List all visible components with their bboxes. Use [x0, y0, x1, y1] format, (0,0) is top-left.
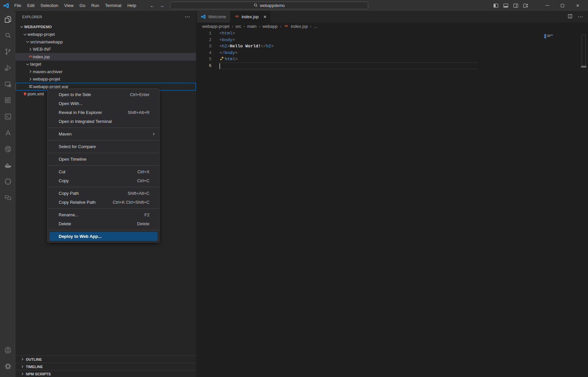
- tree-item-target[interactable]: target: [16, 61, 196, 68]
- comments-icon[interactable]: [0, 189, 16, 206]
- menu-separator: [48, 165, 159, 166]
- tree-item-webappdemo[interactable]: WEBAPPDEMO: [16, 23, 196, 31]
- menu-item-open-to-the-side[interactable]: Open to the SideCtrl+Enter: [48, 90, 159, 99]
- editor-actions: ⋯: [567, 11, 583, 23]
- forward-arrow-icon[interactable]: →: [159, 3, 164, 8]
- breadcrumb-index-jsp[interactable]: index.jsp: [291, 24, 308, 29]
- menu-file[interactable]: File: [11, 0, 24, 11]
- section-timeline[interactable]: TIMELINE: [16, 363, 196, 370]
- line-content: html>: [219, 56, 238, 63]
- command-center-search[interactable]: webappdemo: [170, 2, 368, 9]
- copilot-sparkle-icon[interactable]: [219, 56, 225, 63]
- explorer-more-actions-icon[interactable]: ···: [185, 14, 190, 19]
- tree-item-webapp-projet[interactable]: webapp-projet: [16, 76, 196, 83]
- code-line-1: 1<html>: [197, 30, 588, 37]
- jsp-file-icon: <>: [28, 55, 33, 59]
- menu-item-copy-path[interactable]: Copy PathShift+Alt+C: [48, 189, 159, 198]
- toggle-secondary-sidebar-icon[interactable]: [513, 3, 518, 8]
- layout-controls: [493, 0, 528, 11]
- tree-item-web-inf[interactable]: WEB-INF: [16, 46, 196, 53]
- extensions-icon[interactable]: [0, 92, 16, 108]
- file-tree: WEBAPPDEMOwebapp-projetsrc\main\webappWE…: [16, 23, 196, 98]
- menu-item-label: Copy Path: [59, 189, 128, 198]
- breadcrumb-webapp[interactable]: webapp: [263, 24, 278, 29]
- tab-close-icon[interactable]: ✕: [263, 15, 266, 19]
- tab-index-jsp[interactable]: <>index.jsp✕: [230, 11, 271, 23]
- breadcrumb-webapp-projet[interactable]: webapp-projet: [202, 24, 229, 29]
- run-debug-icon[interactable]: [0, 60, 16, 76]
- menu-separator: [48, 140, 159, 140]
- tab-label: index.jsp: [242, 14, 259, 19]
- minimap[interactable]: [544, 34, 546, 38]
- tree-item-src-main-webapp[interactable]: src\main\webapp: [16, 38, 196, 46]
- breadcrumb-separator-icon: ›: [310, 24, 312, 29]
- menu-item-open-in-integrated-terminal[interactable]: Open in Integrated Terminal: [48, 117, 159, 126]
- tab-welcome[interactable]: Welcome: [197, 11, 230, 23]
- tree-item-maven-archiver[interactable]: maven-archiver: [16, 68, 196, 76]
- settings-icon[interactable]: [0, 358, 16, 374]
- breadcrumb-[interactable]: ...: [314, 24, 318, 29]
- menu-selection[interactable]: Selection: [37, 0, 61, 11]
- sidebar-title: EXPLORER: [22, 15, 42, 19]
- toggle-sidebar-icon[interactable]: [493, 3, 499, 8]
- code-line-5: 5html>: [197, 56, 588, 63]
- docker-icon[interactable]: [0, 157, 16, 173]
- menu-item-rename[interactable]: Rename...F2: [48, 210, 159, 219]
- menu-item-shortcut: Ctrl+Enter: [130, 90, 149, 99]
- back-arrow-icon[interactable]: ←: [150, 3, 155, 8]
- sidebar-header: EXPLORER ···: [16, 11, 196, 23]
- menu-edit[interactable]: Edit: [24, 0, 37, 11]
- toggle-panel-icon[interactable]: [503, 3, 508, 8]
- menu-terminal[interactable]: Terminal: [102, 0, 124, 11]
- menu-view[interactable]: View: [61, 0, 77, 11]
- menu-item-label: Open Timeline: [59, 155, 149, 164]
- menu-item-deploy-to-web-app[interactable]: Deploy to Web App...: [49, 232, 157, 241]
- explorer-icon[interactable]: [0, 11, 16, 27]
- account-icon[interactable]: [0, 342, 16, 358]
- breadcrumb-src[interactable]: src: [235, 24, 241, 29]
- terminal-icon[interactable]: [0, 108, 16, 125]
- resource-circle-icon[interactable]: [0, 141, 16, 157]
- tree-item-webapp-projet[interactable]: webapp-projet: [16, 31, 196, 38]
- customize-layout-icon[interactable]: [523, 3, 528, 8]
- menu-item-open-timeline[interactable]: Open Timeline: [48, 155, 159, 164]
- search-icon[interactable]: [0, 27, 16, 43]
- azure-icon[interactable]: [0, 125, 16, 141]
- menu-item-delete[interactable]: DeleteDelete: [48, 219, 159, 228]
- octagon-icon[interactable]: [0, 173, 16, 189]
- menu-item-label: Delete: [59, 219, 137, 228]
- tab-bar: Welcome<>index.jsp✕: [197, 11, 588, 23]
- menu-item-select-for-compare[interactable]: Select for Compare: [48, 142, 159, 151]
- vscode-logo-icon: [3, 3, 9, 9]
- menu-item-reveal-in-file-explorer[interactable]: Reveal in File ExplorerShift+Alt+R: [48, 108, 159, 117]
- menu-help[interactable]: Help: [124, 0, 139, 11]
- remote-explorer-icon[interactable]: [0, 76, 16, 92]
- menu-separator: [48, 230, 159, 230]
- menu-go[interactable]: Go: [77, 0, 88, 11]
- minimize-button[interactable]: [540, 0, 555, 11]
- line-number: 5: [197, 56, 211, 63]
- activity-bar: [0, 11, 16, 377]
- editor-more-actions-icon[interactable]: ⋯: [578, 14, 583, 20]
- menu-item-copy[interactable]: CopyCtrl+C: [48, 176, 159, 185]
- minimap-slider[interactable]: [582, 35, 586, 66]
- maximize-button[interactable]: [555, 0, 570, 11]
- archive-file-icon: [28, 84, 33, 88]
- close-button[interactable]: ✕: [570, 0, 585, 11]
- editor-group: Welcome<>index.jsp✕ ⋯ webapp-projet›src›…: [197, 11, 588, 377]
- menu-item-open-with[interactable]: Open With...: [48, 99, 159, 108]
- vscode-logo-icon: [201, 14, 206, 19]
- source-control-icon[interactable]: [0, 43, 16, 60]
- menu-run[interactable]: Run: [88, 0, 102, 11]
- split-editor-icon[interactable]: [567, 14, 573, 20]
- text-cursor: [219, 63, 220, 69]
- chevron-down-icon: [23, 32, 28, 37]
- menu-item-cut[interactable]: CutCtrl+X: [48, 167, 159, 176]
- menu-item-maven[interactable]: Maven: [48, 130, 159, 138]
- menu-item-label: Select for Compare: [59, 142, 149, 151]
- tree-item-index-jsp[interactable]: <>index.jsp: [16, 53, 196, 61]
- section-outline[interactable]: OUTLINE: [16, 355, 196, 363]
- menu-item-copy-relative-path[interactable]: Copy Relative PathCtrl+K Ctrl+Shift+C: [48, 198, 159, 207]
- section-npm-scripts[interactable]: NPM SCRIPTS: [16, 370, 196, 377]
- breadcrumb-main[interactable]: main: [247, 24, 257, 29]
